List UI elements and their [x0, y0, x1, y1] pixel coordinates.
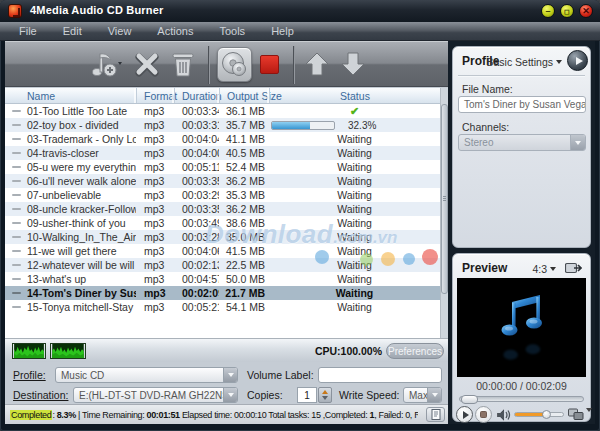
cell-size: 50.0 MB: [219, 273, 269, 285]
status-waiting: Waiting: [337, 147, 372, 159]
move-down-icon[interactable]: [340, 49, 366, 79]
minimize-icon[interactable]: –: [541, 4, 555, 18]
cell-fmt: mp3: [136, 231, 174, 243]
menu-file[interactable]: File: [6, 22, 50, 40]
destination-label: Destination:: [13, 389, 68, 401]
clear-list-icon[interactable]: [170, 49, 196, 79]
cell-dur: 00:04:06: [174, 245, 219, 257]
channels-select[interactable]: Stereo: [458, 134, 586, 151]
track-row[interactable]: 08-uncle kracker-Follow memp300:03:3536.…: [5, 202, 440, 216]
apply-profile-icon[interactable]: [567, 50, 588, 71]
progress-percent: 32.3%: [348, 120, 376, 131]
column-duration[interactable]: Duration: [174, 88, 219, 103]
cell-name: 03-Trademark - Only Love: [25, 133, 136, 145]
vertical-scrollbar[interactable]: [440, 88, 448, 338]
destination-select[interactable]: E:(HL-DT-ST DVD-RAM GH22NS30): [73, 387, 238, 403]
track-row[interactable]: 05-u were my everythingmp300:05:1152.4 M…: [5, 160, 440, 174]
track-row[interactable]: 10-Walking_In_The_Airmp300:03:2835.0 MBW…: [5, 230, 440, 244]
row-grip-icon: [12, 236, 21, 238]
column-output-size[interactable]: Output Size: [219, 88, 269, 103]
copies-value[interactable]: 1: [297, 387, 317, 403]
track-row[interactable]: 11-we will get theremp300:04:0641.5 MBWa…: [5, 244, 440, 258]
cell-fmt: mp3: [136, 287, 174, 299]
add-music-icon[interactable]: [89, 49, 123, 79]
list-header: Name Format Duration Output Size Status: [5, 88, 440, 104]
remove-icon[interactable]: [134, 49, 160, 79]
column-status[interactable]: Status: [269, 88, 440, 103]
preset-select[interactable]: Basic Settings: [486, 56, 562, 68]
chevron-down-icon[interactable]: [223, 368, 237, 382]
menu-tools[interactable]: Tools: [206, 22, 258, 40]
file-name-input[interactable]: Tom's Diner by Susan Vega: [458, 96, 586, 113]
cell-size: 54.1 MB: [219, 301, 269, 313]
menu-actions[interactable]: Actions: [144, 22, 206, 40]
row-grip-icon: [12, 180, 21, 182]
app-logo-icon: [8, 4, 22, 18]
track-row[interactable]: 01-Too Little Too Latemp300:03:3436.1 MB…: [5, 104, 440, 118]
title-bar: 4Media Audio CD Burner – ◻ ✕: [0, 0, 600, 22]
menu-edit[interactable]: Edit: [50, 22, 95, 40]
track-row[interactable]: 15-Tonya mitchell-Staymp300:05:2154.1 MB…: [5, 300, 440, 314]
cell-fmt: mp3: [136, 119, 174, 131]
stop-icon[interactable]: [260, 55, 279, 74]
cpu-usage: CPU:100.00%: [315, 345, 382, 357]
move-up-icon[interactable]: [304, 49, 330, 79]
status-waiting: Waiting: [336, 287, 374, 299]
close-icon[interactable]: ✕: [579, 4, 593, 18]
cell-fmt: mp3: [136, 245, 174, 257]
step-up-icon[interactable]: [322, 390, 328, 394]
chevron-down-icon[interactable]: [427, 388, 441, 402]
seek-slider[interactable]: [459, 396, 584, 402]
status-waiting: Waiting: [337, 203, 372, 215]
volume-label-input[interactable]: [318, 367, 442, 383]
cell-status: Waiting: [269, 161, 440, 173]
snapshot-menu-icon[interactable]: [586, 412, 592, 430]
track-row[interactable]: 14-Tom's Diner by Susan Vegamp300:02:092…: [5, 286, 440, 300]
play-icon: [463, 411, 469, 419]
track-row[interactable]: 12-whatever will be will bemp300:02:1322…: [5, 258, 440, 272]
row-grip-icon: [12, 110, 21, 112]
track-row[interactable]: 09-usher-think of yoump300:03:4938.6 MBW…: [5, 216, 440, 230]
cell-name: 07-unbelievable: [25, 189, 136, 201]
stop-playback-icon: [480, 411, 487, 418]
cell-status: Waiting: [269, 245, 440, 257]
cell-status: Waiting: [269, 287, 440, 299]
aspect-ratio-select[interactable]: 4:3: [532, 263, 556, 275]
maximize-icon[interactable]: ◻: [560, 4, 574, 18]
column-name[interactable]: Name: [25, 88, 136, 103]
chevron-down-icon: [556, 60, 562, 64]
cell-name: 15-Tonya mitchell-Stay: [25, 301, 136, 313]
profile-select[interactable]: Music CD: [55, 367, 238, 383]
log-icon: [431, 409, 441, 420]
menu-view[interactable]: View: [95, 22, 145, 40]
log-button[interactable]: [426, 407, 445, 422]
play-button[interactable]: [456, 406, 473, 423]
column-format[interactable]: Format: [136, 88, 174, 103]
cell-name: 13-what's up: [25, 273, 136, 285]
copies-stepper[interactable]: [318, 387, 332, 403]
snapshot-icon[interactable]: [568, 408, 584, 421]
write-speed-select[interactable]: Max: [403, 387, 442, 403]
track-row[interactable]: 03-Trademark - Only Lovemp300:04:0441.1 …: [5, 132, 440, 146]
preferences-button[interactable]: Preferences: [386, 343, 444, 359]
chevron-down-icon[interactable]: [223, 388, 237, 402]
video-preview: [457, 278, 586, 377]
track-row[interactable]: 13-what's upmp300:04:5750.0 MBWaiting: [5, 272, 440, 286]
burn-settings: Profile: Music CD Volume Label: Destinat…: [5, 362, 448, 404]
volume-slider[interactable]: [514, 412, 564, 417]
track-row[interactable]: 07-unbelievablemp300:03:2935.3 MBWaiting: [5, 188, 440, 202]
menu-help[interactable]: Help: [258, 22, 307, 40]
chevron-down-icon[interactable]: [570, 135, 585, 150]
cell-size: 41.5 MB: [219, 245, 269, 257]
seek-thumb[interactable]: [461, 395, 478, 404]
volume-thumb[interactable]: [542, 410, 551, 419]
track-row[interactable]: 06-u'll never walk alonemp300:03:3536.2 …: [5, 174, 440, 188]
detach-preview-icon[interactable]: [565, 261, 582, 279]
status-segment: 8.3%: [57, 410, 76, 420]
track-row[interactable]: 04-travis-closermp300:04:0040.5 MBWaitin…: [5, 146, 440, 160]
scrollbar-thumb[interactable]: [441, 104, 448, 294]
burn-disc-icon[interactable]: [217, 47, 252, 82]
track-row[interactable]: 02-toy box - dividedmp300:03:3135.7 MB32…: [5, 118, 440, 132]
stop-button[interactable]: [475, 406, 492, 423]
step-down-icon[interactable]: [322, 396, 328, 400]
